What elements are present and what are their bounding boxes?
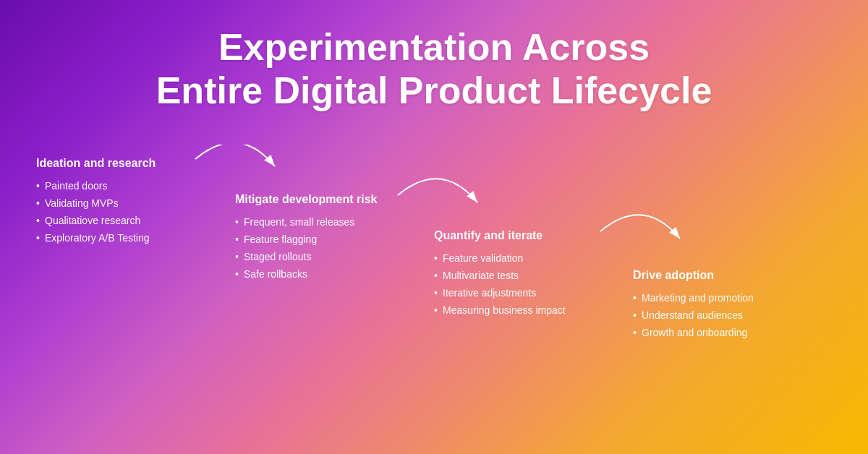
column-mitigate: Mitigate development risk Frequent, smal…	[235, 134, 434, 283]
section-title-mitigate: Mitigate development risk	[235, 192, 434, 207]
title-section: Experimentation Across Entire Digital Pr…	[0, 0, 868, 120]
section-title-ideation: Ideation and research	[36, 156, 235, 171]
bullet-list-quantify: Feature validation Multivariate tests It…	[434, 250, 633, 319]
main-title: Experimentation Across Entire Digital Pr…	[0, 26, 868, 113]
list-item: Iterative adjustments	[434, 285, 633, 302]
list-item: Multivariate tests	[434, 267, 633, 285]
page-background: Experimentation Across Entire Digital Pr…	[0, 0, 868, 454]
bullet-list-mitigate: Frequent, small releases Feature flaggin…	[235, 214, 434, 283]
content-grid: Ideation and research Painted doors Vali…	[0, 120, 868, 342]
list-item: Growth and onboarding	[633, 325, 832, 342]
column-quantify: Quantify and iterate Feature validation …	[434, 134, 633, 320]
list-item: Frequent, small releases	[235, 214, 434, 231]
list-item: Staged rollouts	[235, 249, 434, 266]
list-item: Measuring business impact	[434, 302, 633, 320]
list-item: Painted doors	[36, 178, 235, 195]
list-item: Understand audiences	[633, 307, 832, 325]
list-item: Feature validation	[434, 250, 633, 267]
list-item: Safe rollbacks	[235, 266, 434, 283]
list-item: Validating MVPs	[36, 195, 235, 213]
column-drive: Drive adoption Marketing and promotion U…	[633, 134, 832, 342]
section-title-quantify: Quantify and iterate	[434, 228, 633, 244]
list-item: Exploratory A/B Testing	[36, 230, 235, 247]
section-title-drive: Drive adoption	[633, 268, 832, 283]
list-item: Feature flagging	[235, 231, 434, 249]
bullet-list-ideation: Painted doors Validating MVPs Qualitatio…	[36, 178, 235, 247]
bullet-list-drive: Marketing and promotion Understand audie…	[633, 290, 832, 341]
column-ideation: Ideation and research Painted doors Vali…	[36, 134, 235, 247]
list-item: Qualitatiove research	[36, 213, 235, 230]
list-item: Marketing and promotion	[633, 290, 832, 307]
